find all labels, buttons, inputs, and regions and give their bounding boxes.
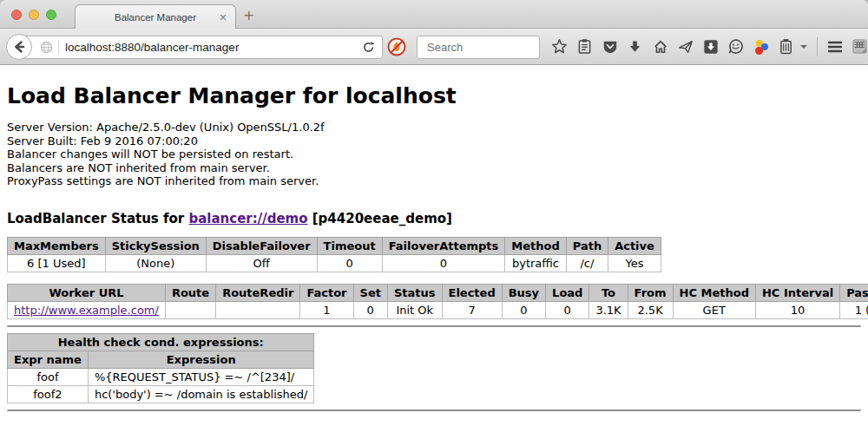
worker-row: http://www.example.com/ 1 0 Init Ok 7 0 … (8, 301, 868, 318)
horizontal-rule (7, 325, 861, 327)
pocket-button[interactable] (597, 29, 622, 64)
toolbar-icons (547, 29, 868, 64)
health-check-table: Health check cond. expressions: Expr nam… (7, 333, 314, 403)
page-title: Load Balancer Manager for localhost (7, 83, 861, 108)
col-disablefailover: DisableFailover (206, 237, 317, 254)
col-path: Path (566, 237, 608, 254)
download-arrow-icon (628, 39, 642, 55)
tab-title: Balancer Manager (115, 12, 196, 23)
server-info: Server Version: Apache/2.5.0-dev (Unix) … (7, 121, 861, 188)
reload-button[interactable] (362, 41, 375, 54)
reading-list-button[interactable] (572, 29, 597, 64)
send-tab-button[interactable] (673, 29, 698, 64)
boxed-download-icon (703, 39, 719, 55)
table-title-row: Health check cond. expressions: (8, 333, 314, 351)
inherit-notice-line: Balancers are NOT inherited from main se… (7, 161, 861, 175)
col-elected: Elected (442, 284, 502, 301)
maxmembers-value: 6 [1 Used] (8, 254, 106, 272)
zoom-window-button[interactable] (46, 10, 56, 20)
loadbalancer-status-heading: LoadBalancer Status for balancer://demo … (7, 211, 861, 226)
video-download-extension-button[interactable] (698, 29, 723, 64)
close-window-button[interactable] (11, 10, 22, 20)
server-built-line: Server Built: Feb 9 2016 07:00:20 (7, 134, 861, 148)
flashblock-button[interactable] (387, 37, 406, 56)
col-method: Method (505, 237, 566, 254)
expr-name-value: foof2 (8, 385, 89, 403)
url-bar[interactable] (18, 36, 383, 59)
smiley-icon (727, 38, 744, 55)
reload-icon (362, 41, 375, 54)
new-tab-button[interactable]: + (243, 7, 254, 23)
failoverattempts-value: 0 (382, 254, 505, 272)
col-load: Load (546, 284, 589, 301)
col-route: Route (165, 284, 215, 301)
tab-balancer-manager[interactable]: Balancer Manager × (75, 4, 236, 29)
server-version-line: Server Version: Apache/2.5.0-dev (Unix) … (7, 121, 861, 134)
balancer-demo-link[interactable]: balancer://demo (188, 211, 307, 226)
expr-name-value: foof (8, 368, 89, 385)
horizontal-rule (7, 410, 861, 411)
tab-close-icon[interactable]: × (219, 11, 227, 23)
clipboard-icon (577, 38, 592, 55)
back-arrow-icon (12, 40, 26, 54)
extension-dropdown-button[interactable] (799, 29, 812, 64)
col-busy: Busy (502, 284, 545, 301)
paper-plane-icon (678, 39, 694, 55)
bookmark-star-button[interactable] (547, 29, 572, 64)
path-value: /c/ (566, 254, 608, 272)
passes-value: 1 (0) (840, 301, 868, 318)
routeredir-value (216, 301, 300, 318)
col-hc-method: HC Method (673, 284, 755, 301)
route-value (165, 301, 215, 318)
expr-row: foof2 hc('body') =~ /domain is establish… (8, 385, 314, 403)
navigation-toolbar (0, 29, 868, 65)
back-button[interactable] (6, 34, 32, 60)
downloads-button[interactable] (622, 29, 648, 64)
url-input[interactable] (65, 41, 362, 54)
tab-bar: Balancer Manager × + (0, 0, 868, 29)
col-stickysession: StickySession (105, 237, 206, 254)
col-failoverattempts: FailoverAttempts (382, 237, 505, 254)
col-expression: Expression (88, 351, 314, 368)
globe-icon (40, 41, 53, 54)
container-extension-button[interactable] (773, 29, 799, 64)
to-value: 3.1K (589, 301, 628, 318)
sidebar-extension-button[interactable] (847, 29, 868, 64)
window-controls (11, 10, 56, 20)
col-expr-name: Expr name (8, 351, 89, 368)
dropdown-caret-icon (800, 45, 807, 49)
table-header-row: Expr name Expression (8, 351, 314, 368)
expression-value: %{REQUEST_STATUS} =~ /^[234]/ (88, 368, 314, 385)
flashblock-icon (387, 37, 406, 56)
elected-value: 7 (442, 301, 502, 318)
balancer-settings-table: MaxMembers StickySession DisableFailover… (7, 237, 661, 272)
urlbar-divider (58, 40, 59, 55)
status-value: Init Ok (387, 301, 442, 318)
colored-dots-extension-button[interactable] (748, 29, 773, 64)
hc-method-value: GET (673, 301, 755, 318)
col-passes: Passes (840, 284, 868, 301)
search-bar[interactable] (417, 36, 540, 59)
table-header-row: Worker URL Route RouteRedir Factor Set S… (8, 284, 868, 301)
chat-extension-button[interactable] (723, 29, 748, 64)
expr-row: foof %{REQUEST_STATUS} =~ /^[234]/ (8, 368, 314, 385)
table-row: 6 [1 Used] (None) Off 0 0 bytraffic /c/ … (8, 254, 661, 272)
status-heading-prefix: LoadBalancer Status for (7, 211, 188, 226)
grid-page-icon (852, 38, 868, 55)
table-header-row: MaxMembers StickySession DisableFailover… (8, 237, 661, 254)
status-heading-suffix: [p4420eeae_demo] (308, 211, 452, 226)
menu-button[interactable] (822, 29, 847, 64)
col-timeout: Timeout (317, 237, 382, 254)
home-button[interactable] (648, 29, 673, 64)
stickysession-value: (None) (105, 254, 206, 272)
col-status: Status (387, 284, 442, 301)
method-value: bytraffic (505, 254, 566, 272)
hamburger-icon (826, 40, 844, 54)
col-active: Active (608, 237, 661, 254)
col-set: Set (353, 284, 387, 301)
worker-url-link[interactable]: http://www.example.com/ (14, 304, 159, 317)
minimize-window-button[interactable] (29, 10, 39, 20)
busy-value: 0 (502, 301, 545, 318)
timeout-value: 0 (317, 254, 382, 272)
col-factor: Factor (300, 284, 353, 301)
